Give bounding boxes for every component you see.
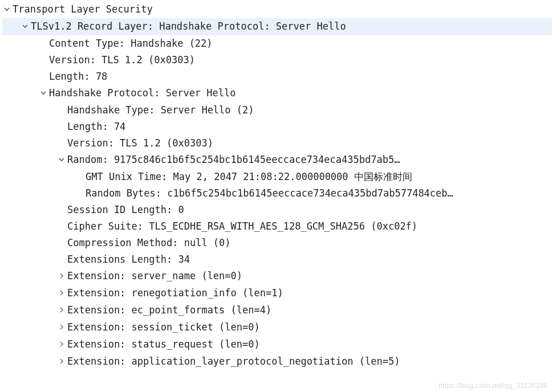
tree-row[interactable]: Transport Layer Security — [2, 1, 552, 18]
tree-row[interactable]: Handshake Type: Server Hello (2) — [2, 102, 552, 119]
chevron-down-icon[interactable] — [21, 19, 30, 35]
tree-row-label: Cipher Suite: TLS_ECDHE_RSA_WITH_AES_128… — [66, 218, 417, 235]
tree-row-label: Extension: status_request (len=0) — [66, 336, 260, 353]
tree-row-label: Handshake Protocol: Server Hello — [48, 85, 236, 101]
tree-row-label: Extension: server_name (len=0) — [66, 268, 242, 284]
tree-row[interactable]: Session ID Length: 0 — [2, 202, 552, 218]
tree-row[interactable]: Extension: status_request (len=0) — [2, 336, 552, 353]
tree-row-label: Version: TLS 1.2 (0x0303) — [66, 135, 213, 152]
tree-row-label: Session ID Length: 0 — [66, 202, 184, 218]
tree-row-label: Transport Layer Security — [11, 1, 153, 18]
chevron-right-icon[interactable] — [57, 320, 66, 336]
tree-row-label: Length: 74 — [66, 119, 125, 135]
tree-row[interactable]: TLSv1.2 Record Layer: Handshake Protocol… — [2, 18, 552, 35]
tree-row[interactable]: Extension: ec_point_formats (len=4) — [2, 302, 552, 319]
tree-row[interactable]: Version: TLS 1.2 (0x0303) — [2, 52, 552, 68]
tree-row[interactable]: Handshake Protocol: Server Hello — [2, 85, 552, 102]
chevron-right-icon[interactable] — [57, 268, 66, 285]
tree-row[interactable]: Length: 78 — [2, 68, 552, 85]
tree-row[interactable]: Length: 74 — [2, 119, 552, 135]
tree-row[interactable]: Compression Method: null (0) — [2, 235, 552, 251]
tree-row-label: Length: 78 — [48, 68, 107, 85]
tree-row-label: Extension: renegotiation_info (len=1) — [66, 285, 283, 301]
watermark-text: https://blog.csdn.net/qq_33126189 — [439, 382, 547, 390]
tree-row[interactable]: Version: TLS 1.2 (0x0303) — [2, 135, 552, 152]
chevron-right-icon[interactable] — [57, 337, 66, 353]
tree-row[interactable]: Random Bytes: c1b6f5c254bc1b6145eeccace7… — [2, 185, 552, 202]
tree-row[interactable]: GMT Unix Time: May 2, 2047 21:08:22.0000… — [2, 169, 552, 185]
chevron-right-icon[interactable] — [57, 354, 66, 370]
tree-row[interactable]: Cipher Suite: TLS_ECDHE_RSA_WITH_AES_128… — [2, 218, 552, 235]
tree-row-label: Random Bytes: c1b6f5c254bc1b6145eeccace7… — [84, 185, 453, 202]
tree-row-label: Extension: application_layer_protocol_ne… — [66, 353, 400, 370]
chevron-down-icon[interactable] — [39, 85, 48, 102]
tree-row[interactable]: Content Type: Handshake (22) — [2, 35, 552, 52]
tree-row-label: Extensions Length: 34 — [66, 251, 190, 268]
tree-row-label: Extension: session_ticket (len=0) — [66, 319, 260, 336]
tree-row[interactable]: Extensions Length: 34 — [2, 251, 552, 268]
tree-row-label: TLSv1.2 Record Layer: Handshake Protocol… — [30, 18, 346, 35]
tree-row[interactable]: Extension: renegotiation_info (len=1) — [2, 285, 552, 302]
tree-row[interactable]: Random: 9175c846c1b6f5c254bc1b6145eeccac… — [2, 152, 552, 169]
tree-row-label: GMT Unix Time: May 2, 2047 21:08:22.0000… — [84, 169, 412, 185]
tree-row[interactable]: Extension: session_ticket (len=0) — [2, 319, 552, 336]
chevron-right-icon[interactable] — [57, 285, 66, 302]
chevron-right-icon[interactable] — [57, 303, 66, 319]
tree-row-label: Extension: ec_point_formats (len=4) — [66, 302, 271, 318]
tree-row-label: Handshake Type: Server Hello (2) — [66, 102, 254, 119]
tree-row[interactable]: Extension: server_name (len=0) — [2, 268, 552, 285]
packet-details-tree: Transport Layer SecurityTLSv1.2 Record L… — [0, 0, 552, 370]
chevron-down-icon[interactable] — [57, 152, 66, 169]
chevron-down-icon[interactable] — [2, 2, 11, 18]
tree-row-label: Random: 9175c846c1b6f5c254bc1b6145eeccac… — [66, 152, 400, 168]
tree-row-label: Version: TLS 1.2 (0x0303) — [48, 52, 195, 68]
tree-row-label: Compression Method: null (0) — [66, 235, 231, 251]
tree-row[interactable]: Extension: application_layer_protocol_ne… — [2, 353, 552, 370]
tree-row-label: Content Type: Handshake (22) — [48, 35, 213, 52]
